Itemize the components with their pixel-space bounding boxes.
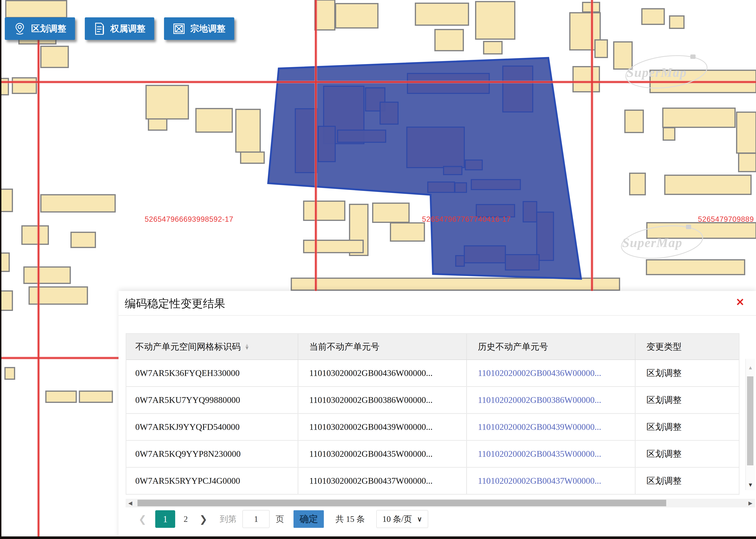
sort-down-icon: ▼ [245,346,250,349]
scroll-right-icon[interactable]: ▶ [748,500,752,506]
district-adjust-button[interactable]: 区划调整 [5,17,75,40]
supermap-watermark: SuperMap [621,51,712,93]
cell-current-id: 110103020002GB00437W00000... [298,468,467,494]
window-bottom-border [0,536,756,539]
toolbar-button-label: 权属调整 [110,23,145,35]
cell-change-type: 区划调整 [636,441,738,467]
toolbar-button-label: 宗地调整 [190,23,225,35]
cell-current-id: 110103020002GB00435W00000... [298,441,467,467]
confirm-button[interactable]: 确定 [293,510,324,528]
table-row: 0W7AR5K36FYQEH330000 110103020002GB00436… [126,360,739,387]
cell-grid-code: 0W7AR5KU7YYQ99880000 [126,387,298,413]
cell-change-type: 区划调整 [636,387,738,413]
cell-grid-code: 0W7AR5KJ9YYQFD540000 [126,414,298,440]
chevron-down-icon: ∨ [417,515,422,523]
page-button-2[interactable]: 2 [184,514,188,524]
scroll-left-icon[interactable]: ◀ [128,500,132,506]
table-row: 0W7AR5KJ9YYQFD540000 110103020002GB00439… [126,414,739,441]
page-button-1[interactable]: 1 [155,510,175,528]
next-page-icon[interactable]: ❯ [199,513,207,525]
supermap-watermark: SuperMap [616,221,708,263]
parcel-adjust-button[interactable]: 宗地调整 [164,17,234,40]
page-size-select[interactable]: 10 条/页 ∨ [376,510,428,528]
history-id-link[interactable]: 110102020002GB00435W00000... [478,449,601,459]
results-panel: 编码稳定性变更结果 ✕ 不动产单元空间网格标识码 ▲ ▼ 当前不动产单元号 历史… [118,291,756,539]
history-id-link[interactable]: 110102020002GB00437W00000... [478,476,601,486]
parcel-image-icon [173,23,185,35]
close-icon[interactable]: ✕ [736,297,744,307]
column-header-history-id: 历史不动产单元号 [467,334,636,359]
parcel-code-label-left: 526547966693998592-17 [145,215,233,223]
document-icon [94,22,105,35]
cell-current-id: 110103020002GB00436W00000... [298,360,467,386]
table-row: 0W7AR5K5RYYPCJ4G0000 110103020002GB00437… [126,468,739,495]
cell-change-type: 区划调整 [636,360,738,386]
panel-divider [118,315,756,316]
cell-grid-code: 0W7AR5KQ9YYP8N230000 [126,441,298,467]
column-header-change-type: 变更类型 [636,334,738,359]
history-id-link[interactable]: 110102020002GB00436W00000... [478,368,601,378]
total-count-label: 共 15 条 [336,513,365,525]
history-id-link[interactable]: 110102020002GB00439W00000... [478,422,601,432]
window-left-border [0,0,1,539]
table-horizontal-scrollbar[interactable]: ◀ ▶ [126,499,755,507]
sort-icon[interactable]: ▲ ▼ [245,344,250,349]
panel-title: 编码稳定性变更结果 [125,296,225,311]
scroll-up-icon[interactable]: ▲ [746,365,755,371]
app-screen: 526547966693998592-17 526547967767740416… [0,0,756,539]
goto-page-prefix: 到第 [220,513,236,525]
cell-change-type: 区划调整 [636,468,738,494]
prev-page-icon[interactable]: ❮ [138,513,146,525]
ownership-adjust-button[interactable]: 权属调整 [85,17,154,40]
cell-grid-code: 0W7AR5K36FYQEH330000 [126,360,298,386]
toolbar: 区划调整 权属调整 宗地调整 [5,17,234,40]
vertical-scroll-thumb[interactable] [747,376,753,465]
pagination-bar: ❮ 1 2 ❯ 到第 页 确定 共 15 条 10 条/页 ∨ [118,509,756,529]
table-row: 0W7AR5KU7YYQ99880000 110103020002GB00386… [126,387,739,414]
table-header-row: 不动产单元空间网格标识码 ▲ ▼ 当前不动产单元号 历史不动产单元号 变更类型 [126,334,739,360]
results-table: 不动产单元空间网格标识码 ▲ ▼ 当前不动产单元号 历史不动产单元号 变更类型 … [126,333,739,495]
toolbar-button-label: 区划调整 [31,23,66,35]
table-vertical-scrollbar[interactable]: ▲ ▼ [745,359,755,490]
parcel-code-label-center: 526547967767740416-17 [422,215,511,223]
page-size-value: 10 条/页 [382,513,412,525]
horizontal-scroll-thumb[interactable] [137,500,666,506]
location-pin-icon [14,22,26,35]
goto-page-input[interactable] [242,510,269,528]
column-header-grid-code: 不动产单元空间网格标识码 ▲ ▼ [126,334,298,359]
scroll-down-icon[interactable]: ▼ [746,482,755,488]
cell-change-type: 区划调整 [636,414,738,440]
cell-current-id: 110103020002GB00386W00000... [298,387,467,413]
cell-grid-code: 0W7AR5K5RYYPCJ4G0000 [126,468,298,494]
history-id-link[interactable]: 110102020002GB00386W00000... [478,395,601,405]
cell-current-id: 110103020002GB00439W00000... [298,414,467,440]
table-row: 0W7AR5KQ9YYP8N230000 110103020002GB00435… [126,441,739,468]
goto-page-suffix: 页 [275,513,284,525]
column-header-current-id: 当前不动产单元号 [298,334,467,359]
